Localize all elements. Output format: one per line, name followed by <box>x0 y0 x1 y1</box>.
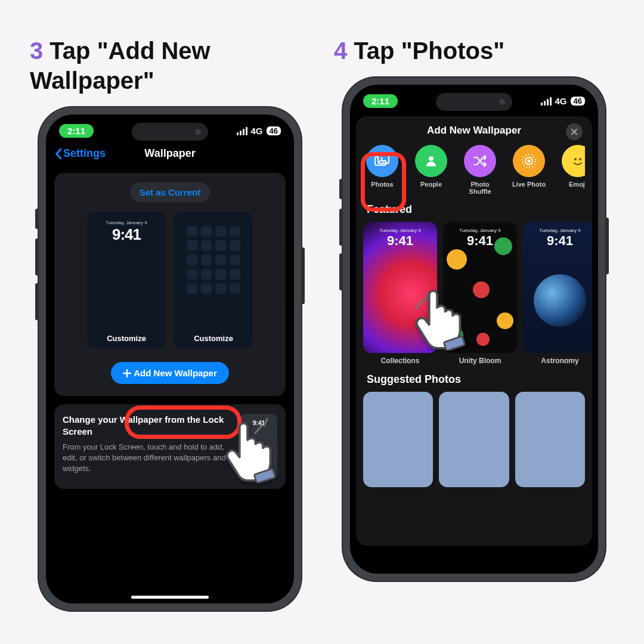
step3-number: 3 <box>30 38 43 64</box>
plus-icon <box>123 369 131 377</box>
home-indicator <box>131 596 209 599</box>
lockscreen-preview[interactable]: Tuesday, January 9 9:41 Customize <box>87 212 166 349</box>
nav-bar: Settings Wallpaper <box>46 141 294 168</box>
info-body: From your Lock Screen, touch and hold to… <box>63 442 233 475</box>
close-button[interactable] <box>566 123 583 140</box>
shuffle-icon <box>464 145 496 177</box>
emoji-icon <box>562 145 585 177</box>
live-photo-icon <box>513 145 545 177</box>
category-photo-shuffle[interactable]: Photo Shuffle <box>461 145 499 195</box>
suggested-photo[interactable] <box>363 392 433 487</box>
featured-astronomy[interactable]: Tuesday, January 99:41 Astronomy <box>523 222 592 365</box>
tap-spark <box>256 417 280 441</box>
people-icon <box>415 145 447 177</box>
svg-point-7 <box>574 158 577 160</box>
featured-heading: Featured <box>367 203 585 216</box>
panel-title: Add New Wallpaper <box>427 125 521 137</box>
category-emoji[interactable]: Emoji <box>559 145 585 195</box>
add-wallpaper-panel: Add New Wallpaper Photos <box>356 116 592 546</box>
chevron-left-icon <box>55 148 62 159</box>
homescreen-preview[interactable]: Customize <box>174 212 253 349</box>
signal-icon <box>237 127 247 135</box>
phone-step3: 2:11 4G 46 Settings Wallpaper Set as <box>39 107 301 611</box>
dynamic-island <box>132 123 208 141</box>
featured-unity-bloom[interactable]: Tuesday, January 99:41 Unity Bloom <box>443 222 517 365</box>
suggested-heading: Suggested Photos <box>367 373 585 386</box>
svg-point-2 <box>380 157 382 159</box>
phone-step4: 2:11 4G 46 Add New Wallpaper <box>343 78 605 581</box>
svg-point-3 <box>429 156 434 161</box>
svg-point-6 <box>528 160 531 163</box>
back-button[interactable]: Settings <box>55 147 106 160</box>
photos-icon <box>366 145 398 177</box>
info-title: Change your Wallpaper from the Lock Scre… <box>63 414 233 438</box>
set-as-current-button[interactable]: Set as Current <box>130 182 210 202</box>
suggested-photo[interactable] <box>439 392 509 487</box>
page-title: Wallpaper <box>144 147 195 160</box>
step4-title: 4 Tap "Photos" <box>334 36 614 66</box>
add-new-wallpaper-button[interactable]: Add New Wallpaper <box>111 362 228 384</box>
category-row: Photos People Photo Shuffl <box>363 145 585 195</box>
dynamic-island <box>436 93 512 111</box>
network-label: 4G <box>555 96 567 106</box>
network-label: 4G <box>251 126 263 136</box>
info-card: Change your Wallpaper from the Lock Scre… <box>54 404 286 489</box>
status-time: 2:11 <box>59 124 94 138</box>
suggested-photo[interactable] <box>515 392 585 487</box>
step3-title: 3 Tap "Add New Wallpaper" <box>30 36 310 95</box>
tap-spark <box>417 292 441 316</box>
svg-point-8 <box>579 158 581 160</box>
category-photos[interactable]: Photos <box>363 145 401 195</box>
close-icon <box>571 128 578 135</box>
wallpaper-card: Set as Current Tuesday, January 9 9:41 C… <box>54 173 286 396</box>
battery-indicator: 46 <box>571 97 585 106</box>
status-time: 2:11 <box>363 94 398 108</box>
category-live-photo[interactable]: Live Photo <box>510 145 548 195</box>
category-people[interactable]: People <box>412 145 450 195</box>
step4-number: 4 <box>334 38 347 64</box>
signal-icon <box>541 97 552 106</box>
battery-indicator: 46 <box>267 126 281 135</box>
